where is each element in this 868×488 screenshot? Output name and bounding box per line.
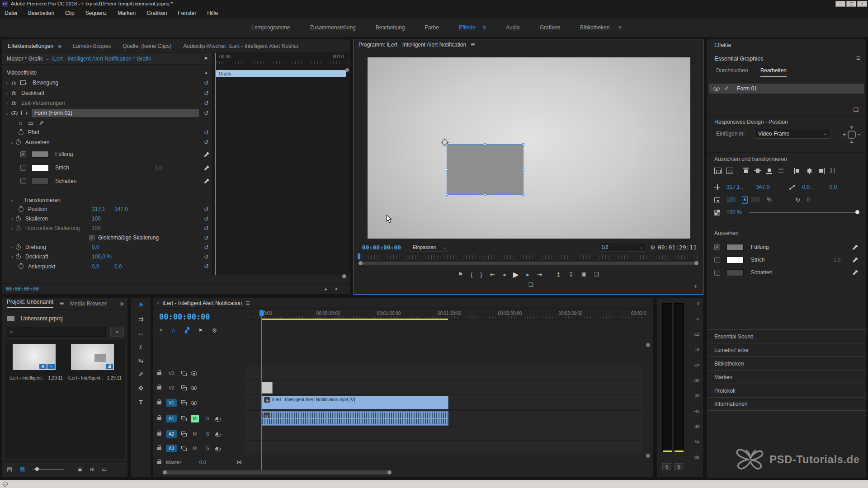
comparison-view-icon[interactable]: ❏ xyxy=(594,271,599,277)
schatten-checkbox[interactable] xyxy=(20,178,26,184)
lock-icon[interactable] xyxy=(157,372,161,375)
automate-icon[interactable]: ▣ xyxy=(78,466,83,473)
export-frame-icon[interactable]: ▣ xyxy=(581,271,586,277)
menu-clip[interactable]: Clip xyxy=(65,10,75,16)
opacity-slider[interactable] xyxy=(749,212,859,213)
chevron-right-icon[interactable]: › xyxy=(4,90,9,96)
lane-scrollbar-knob[interactable] xyxy=(345,68,349,72)
v-scroll-knob-top[interactable] xyxy=(646,343,650,347)
panel-lumetri-farbe[interactable]: Lumetri-Farbe xyxy=(707,343,866,357)
project-item-thumbnail[interactable]: ▟ xyxy=(71,344,114,370)
align-top-icon[interactable] xyxy=(742,168,750,174)
program-mini-ruler[interactable] xyxy=(359,255,698,259)
menu-grafiken[interactable]: Grafiken xyxy=(146,10,167,16)
track-select-tool[interactable]: ⇉ xyxy=(138,315,144,323)
chevron-right-icon[interactable]: › xyxy=(4,100,9,106)
new-layer-icon[interactable]: ❏ xyxy=(853,106,859,113)
chevron-right-icon[interactable]: › xyxy=(9,216,15,221)
playhead-grip[interactable] xyxy=(259,310,264,316)
panel-protokoll[interactable]: Protokoll xyxy=(707,384,866,397)
pin-to-frame-icon[interactable] xyxy=(841,124,862,145)
row-aussehen[interactable]: ⌄ Aussehen ↺ xyxy=(2,137,212,147)
menu-bearbeiten[interactable]: Bearbeiten xyxy=(28,10,54,16)
fx-badge-icon[interactable]: fx xyxy=(11,90,16,96)
chevron-down-icon[interactable]: ⌄ xyxy=(4,110,9,116)
solo-right-button[interactable]: S xyxy=(674,463,683,470)
mic-icon[interactable] xyxy=(216,432,218,436)
settings-wrench-icon[interactable]: ⚙ xyxy=(650,244,656,251)
timeline-timecode[interactable]: 00:00:00:00 xyxy=(159,312,210,321)
settings-row-icon[interactable]: ❏ xyxy=(528,282,533,288)
panel-marken[interactable]: Marken xyxy=(707,370,866,384)
extract-icon[interactable]: ↧ xyxy=(569,271,574,278)
panel-informationen[interactable]: Informationen xyxy=(707,397,866,411)
eye-icon[interactable] xyxy=(191,386,197,390)
panel-bibliotheken[interactable]: Bibliotheken xyxy=(707,357,866,370)
type-tool[interactable]: T xyxy=(139,399,143,406)
eg-rotation[interactable]: 0 xyxy=(807,197,810,203)
mic-icon[interactable] xyxy=(216,417,218,420)
project-file-name[interactable]: Unbenannt.prproj xyxy=(21,315,63,322)
workspace-tab-effekte[interactable]: Effekte xyxy=(459,24,476,31)
program-playhead[interactable] xyxy=(358,253,360,259)
list-view-icon[interactable]: ▤ xyxy=(7,466,12,473)
step-forward-icon[interactable]: ▸ xyxy=(526,271,529,278)
sync-lock-icon[interactable] xyxy=(181,446,186,451)
graphic-clip-v2[interactable] xyxy=(262,382,273,394)
program-video-area[interactable] xyxy=(368,57,690,239)
timeline-tab[interactable]: iLert - Intelligent Alert Notification xyxy=(163,300,242,306)
transform-icon[interactable] xyxy=(21,111,27,115)
lift-icon[interactable]: ↥ xyxy=(556,271,561,278)
linked-selection-icon[interactable]: ▞ xyxy=(185,327,189,333)
fx-badge-icon[interactable]: fx xyxy=(11,80,16,86)
eg-pos-y[interactable]: 347,0 xyxy=(756,184,769,190)
align-vcenter-icon[interactable] xyxy=(754,168,761,174)
reset-icon[interactable]: ↺ xyxy=(204,235,209,241)
project-search-input[interactable]: ⌕ xyxy=(6,327,106,337)
eyedropper-icon[interactable] xyxy=(852,269,859,276)
reset-icon[interactable]: ↺ xyxy=(204,80,209,86)
program-scrollbar[interactable] xyxy=(359,262,698,265)
strich-checkbox[interactable] xyxy=(20,165,26,171)
ripple-edit-tool[interactable]: ↔ xyxy=(138,329,144,337)
timeline-ruler[interactable]: :00:00 00:00:30:00 00:01:00:00 00:01:30:… xyxy=(245,310,642,319)
tab-audioclip-mischer[interactable]: Audioclip-Mischer: iLert - Intelligent A… xyxy=(183,43,298,49)
workspace-tab-grafiken[interactable]: Grafiken xyxy=(540,24,560,31)
handle-tc[interactable] xyxy=(484,143,486,145)
position-x-value[interactable]: 317,1 xyxy=(92,206,105,212)
project-item-label[interactable]: iLert - Intelligent ... 1:29:11 xyxy=(9,375,63,380)
eyedropper-icon[interactable] xyxy=(204,165,210,171)
rect-tool-icon[interactable]: ▭ xyxy=(28,120,33,127)
mute-button[interactable]: M xyxy=(191,415,199,422)
mic-icon[interactable] xyxy=(216,447,218,450)
workspace-menu-icon[interactable]: ≡ xyxy=(483,24,486,31)
track-label-v3[interactable]: V3 xyxy=(166,370,177,377)
handle-tr[interactable] xyxy=(522,143,524,145)
effect-row-deckkraft[interactable]: › fx Deckkraft ↺ xyxy=(2,89,212,98)
new-bin-icon[interactable]: ⊞ xyxy=(90,466,94,473)
panel-menu-icon[interactable]: ≡ xyxy=(245,299,250,307)
chevron-down-icon[interactable]: ⌄ xyxy=(9,197,15,203)
solo-left-button[interactable]: S xyxy=(662,463,671,470)
lock-icon[interactable] xyxy=(157,447,161,450)
master-value[interactable]: 0,0 xyxy=(199,460,206,465)
tab-effekteinstellungen[interactable]: Effekteinstellungen xyxy=(8,43,53,49)
eg-anchor-y[interactable]: 0,0 xyxy=(829,184,837,190)
panel-menu-icon[interactable]: ≡ xyxy=(60,300,64,308)
stopwatch-icon[interactable] xyxy=(16,140,21,145)
schatten-swatch[interactable] xyxy=(32,178,49,184)
reset-icon[interactable]: ↺ xyxy=(204,90,209,97)
uniform-scale-checkbox[interactable]: ✓ xyxy=(89,235,94,240)
reset-icon[interactable]: ↺ xyxy=(204,100,209,107)
sync-lock-icon[interactable] xyxy=(181,432,186,436)
chevron-down-icon[interactable]: ⌄ xyxy=(9,139,15,145)
go-to-in-icon[interactable]: ⇤ xyxy=(490,271,495,278)
tab-lumetri-scopes[interactable]: Lumetri-Scopes xyxy=(73,43,111,49)
tab-quelle[interactable]: Quelle: (keine Clips) xyxy=(123,43,171,49)
mute-button[interactable]: M xyxy=(191,445,199,452)
icon-view-icon[interactable]: ▦ xyxy=(19,466,25,473)
play-only-icon[interactable]: ▸ xyxy=(325,286,327,291)
sync-lock-icon[interactable] xyxy=(181,416,186,421)
handle-bc[interactable] xyxy=(484,193,486,196)
handle-ml[interactable] xyxy=(446,169,448,171)
